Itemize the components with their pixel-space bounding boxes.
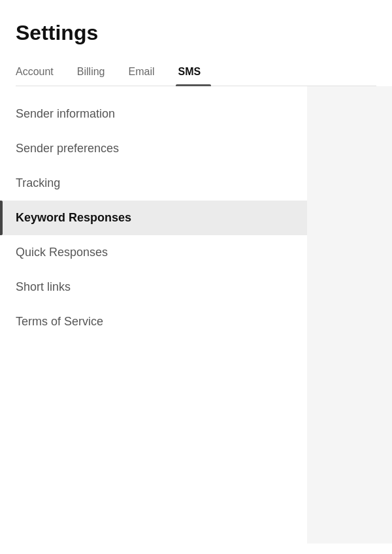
sidebar-item-keyword-responses[interactable]: Keyword Responses [0,201,307,235]
tabs-nav: Account Billing Email SMS [16,61,376,86]
sidebar-item-short-links[interactable]: Short links [0,270,307,304]
tab-sms[interactable]: SMS [176,61,212,86]
sidebar-item-terms-of-service[interactable]: Terms of Service [0,304,307,339]
tab-account[interactable]: Account [16,61,64,86]
page-title: Settings [16,21,376,45]
header: Settings Account Billing Email SMS [0,0,392,86]
sidebar-item-quick-responses[interactable]: Quick Responses [0,235,307,270]
tab-email[interactable]: Email [126,61,165,86]
tab-billing[interactable]: Billing [74,61,116,86]
sidebar-item-tracking[interactable]: Tracking [0,166,307,201]
sidebar-item-sender-information[interactable]: Sender information [0,97,307,131]
page-container: Settings Account Billing Email SMS Sende… [0,0,392,554]
sidebar: Sender information Sender preferences Tr… [0,86,307,544]
sidebar-item-sender-preferences[interactable]: Sender preferences [0,131,307,166]
content-area: Sender information Sender preferences Tr… [0,86,392,544]
right-panel [307,86,392,544]
